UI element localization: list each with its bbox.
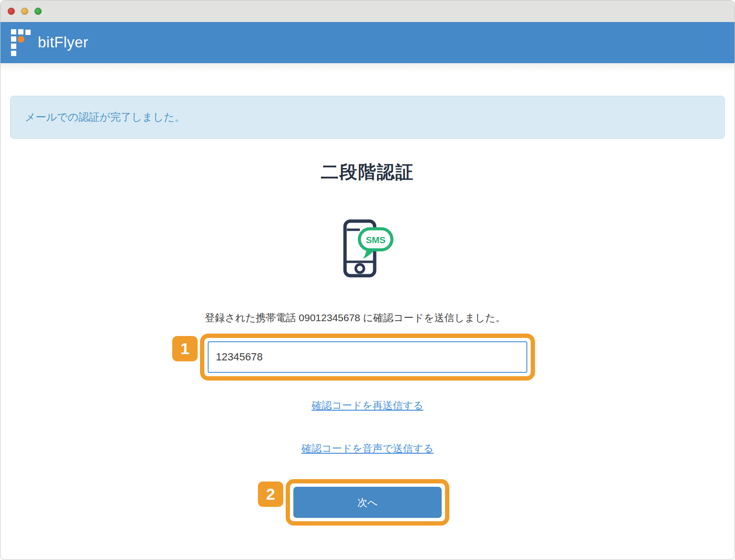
annotation-badge-1: 1 [172, 336, 198, 361]
next-button-annotation: 2 次へ [286, 479, 449, 526]
sms-sent-description: 登録された携帯電話 09012345678 に確認コードを送信しました。 [205, 309, 530, 327]
window-titlebar [0, 0, 735, 22]
minimize-window-button[interactable] [21, 8, 28, 15]
code-input-annotation: 1 [200, 334, 535, 381]
bitflyer-logo[interactable]: bitFlyer [11, 29, 89, 56]
code-input-highlight-frame [200, 334, 535, 381]
browser-window: bitFlyer メールでの認証が完了しました。 二段階認証 S [0, 0, 735, 560]
alert-message: メールでの認証が完了しました。 [25, 110, 185, 124]
zoom-window-button[interactable] [34, 8, 42, 15]
annotation-badge-2: 2 [258, 482, 283, 507]
brand-name: bitFlyer [38, 34, 89, 51]
bitflyer-logo-icon [11, 29, 31, 56]
email-verified-alert: メールでの認証が完了しました。 [10, 96, 725, 139]
close-window-button[interactable] [8, 8, 15, 15]
verification-code-input[interactable] [208, 341, 527, 373]
resend-code-link[interactable]: 確認コードを再送信する [312, 400, 423, 411]
app-header: bitFlyer [0, 22, 735, 63]
main-content: メールでの認証が完了しました。 二段階認証 SMS 登録された携帯電話 0901… [0, 63, 735, 526]
page-title: 二段階認証 [10, 160, 725, 184]
sms-icon-label: SMS [366, 235, 385, 245]
voice-code-link[interactable]: 確認コードを音声で送信する [301, 443, 434, 454]
next-button[interactable]: 次へ [293, 487, 442, 518]
next-button-highlight-frame: 次へ [286, 479, 449, 526]
phone-sms-icon: SMS [10, 218, 725, 279]
